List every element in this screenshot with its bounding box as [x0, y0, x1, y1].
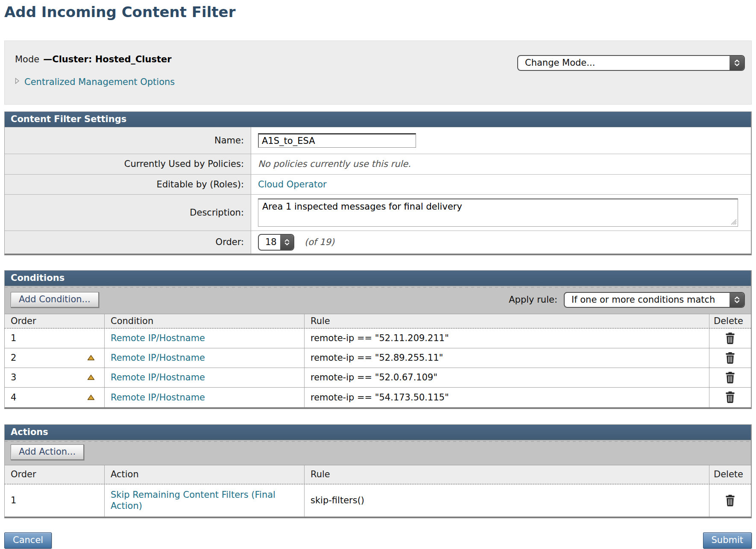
apply-rule-label: Apply rule:: [509, 295, 557, 305]
apply-rule-select-value: If one or more conditions match: [565, 293, 730, 307]
cancel-button[interactable]: Cancel: [4, 532, 52, 549]
order-cell: 1: [5, 485, 105, 517]
order-select-value: 18: [259, 235, 280, 250]
table-row: 3 Remote IP/Hostname remote-ip == "52.0.…: [5, 368, 751, 388]
name-row: Name:: [5, 127, 751, 154]
rule-text: skip-filters(): [311, 495, 364, 505]
order-cell: 4: [5, 388, 105, 407]
chevrons-up-down-icon: [730, 293, 744, 307]
column-header-delete: Delete: [709, 314, 751, 328]
actions-toolbar: Add Action...: [5, 440, 751, 465]
apply-rule-group: Apply rule: If one or more conditions ma…: [509, 292, 745, 308]
action-link[interactable]: Skip Remaining Content Filters (Final Ac…: [111, 486, 290, 515]
table-row: 2 Remote IP/Hostname remote-ip == "52.89…: [5, 348, 751, 368]
order-cell: 2: [5, 348, 105, 368]
add-condition-button[interactable]: Add Condition...: [11, 292, 99, 308]
order-label: Order:: [5, 231, 251, 254]
order-row: Order: 18 (of 19): [5, 231, 751, 254]
conditions-panel: Conditions Add Condition... Apply rule: …: [4, 270, 752, 409]
move-up-button[interactable]: [87, 355, 95, 361]
mode-value: —Cluster: Hosted_Cluster: [43, 54, 171, 64]
table-row: 4 Remote IP/Hostname remote-ip == "54.17…: [5, 388, 751, 407]
delete-button[interactable]: [725, 332, 735, 345]
conditions-table-header: Order Condition Rule Delete: [5, 314, 751, 329]
change-mode-select[interactable]: Change Mode...: [517, 55, 745, 71]
centralized-management-link[interactable]: Centralized Management Options: [24, 77, 175, 87]
policies-row: Currently Used by Policies: No policies …: [5, 154, 751, 174]
condition-link[interactable]: Remote IP/Hostname: [111, 333, 205, 343]
chevrons-up-down-icon: [280, 235, 293, 250]
move-up-button[interactable]: [87, 394, 95, 400]
column-header-order: Order: [5, 314, 105, 328]
roles-row: Editable by (Roles): Cloud Operator: [5, 174, 751, 194]
column-header-rule: Rule: [305, 465, 709, 484]
add-action-button[interactable]: Add Action...: [11, 444, 84, 460]
name-input[interactable]: [258, 133, 416, 148]
order-number: 4: [11, 392, 16, 403]
delete-button[interactable]: [725, 494, 735, 507]
footer-button-row: Cancel Submit: [4, 532, 752, 549]
actions-table-header: Order Action Rule Delete: [5, 465, 751, 485]
rule-text: remote-ip == "52.0.67.109": [311, 372, 437, 383]
condition-link[interactable]: Remote IP/Hostname: [111, 392, 205, 403]
table-row: 1 Remote IP/Hostname remote-ip == "52.11…: [5, 329, 751, 348]
condition-link[interactable]: Remote IP/Hostname: [111, 353, 205, 363]
column-header-delete: Delete: [709, 465, 751, 484]
order-number: 2: [11, 353, 16, 363]
policies-label: Currently Used by Policies:: [5, 154, 251, 174]
name-label: Name:: [5, 127, 251, 154]
actions-panel: Actions Add Action... Order Action Rule …: [4, 424, 752, 518]
order-number: 3: [11, 372, 16, 383]
rule-text: remote-ip == "52.11.209.211": [311, 333, 449, 343]
table-row: 1 Skip Remaining Content Filters (Final …: [5, 485, 751, 517]
content-filter-settings-panel: Content Filter Settings Name: Currently …: [4, 111, 752, 255]
policies-value: No policies currently use this rule.: [258, 159, 411, 169]
page-title: Add Incoming Content Filter: [4, 3, 756, 21]
actions-header: Actions: [5, 425, 751, 440]
apply-rule-select[interactable]: If one or more conditions match: [564, 292, 745, 308]
order-cell: 3: [5, 368, 105, 387]
settings-header: Content Filter Settings: [5, 112, 751, 127]
roles-link[interactable]: Cloud Operator: [258, 179, 327, 190]
submit-button[interactable]: Submit: [703, 532, 752, 549]
rule-text: remote-ip == "54.173.50.115": [311, 392, 449, 403]
delete-button[interactable]: [725, 352, 735, 364]
chevrons-up-down-icon: [730, 56, 744, 70]
description-row: Description: Area 1 inspected messages f…: [5, 194, 751, 231]
mode-label: Mode: [15, 54, 39, 64]
conditions-toolbar: Add Condition... Apply rule: If one or m…: [5, 286, 751, 314]
order-cell: 1: [5, 329, 105, 348]
change-mode-select-value: Change Mode...: [518, 56, 730, 70]
column-header-action: Action: [105, 465, 305, 484]
rule-text: remote-ip == "52.89.255.11": [311, 353, 443, 363]
conditions-header: Conditions: [5, 271, 751, 286]
order-number: 1: [11, 495, 16, 505]
description-textarea[interactable]: Area 1 inspected messages for final deli…: [258, 199, 738, 227]
textarea-resize-grip-icon[interactable]: [731, 219, 737, 225]
mode-box: Mode—Cluster: Hosted_Cluster Centralized…: [4, 41, 752, 105]
roles-label: Editable by (Roles):: [5, 175, 251, 194]
disclosure-triangle-icon[interactable]: [15, 78, 20, 86]
order-number: 1: [11, 333, 16, 343]
delete-button[interactable]: [725, 371, 735, 384]
delete-button[interactable]: [725, 391, 735, 403]
order-select[interactable]: 18: [258, 234, 294, 251]
description-label: Description:: [5, 195, 251, 231]
centralized-management-row: Centralized Management Options: [15, 77, 745, 87]
column-header-order: Order: [5, 465, 105, 484]
condition-link[interactable]: Remote IP/Hostname: [111, 372, 205, 383]
move-up-button[interactable]: [87, 374, 95, 380]
order-total: (of 19): [305, 237, 334, 247]
column-header-rule: Rule: [305, 314, 709, 328]
column-header-condition: Condition: [105, 314, 305, 328]
